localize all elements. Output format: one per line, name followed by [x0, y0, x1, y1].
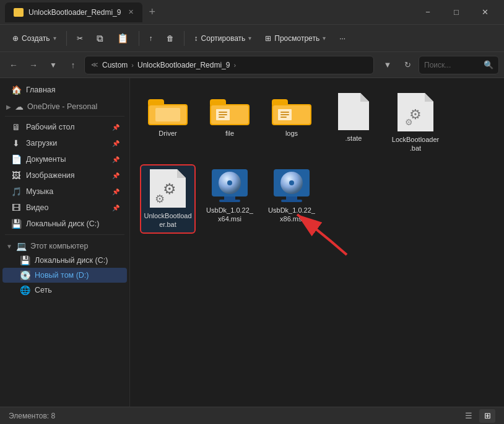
sidebar-item-pictures[interactable]: 🖼 Изображения 📌 — [2, 167, 127, 183]
svg-rect-17 — [280, 117, 287, 118]
video-pin-icon: 📌 — [112, 205, 119, 211]
thispc-label: Этот компьютер — [30, 242, 122, 250]
view-chevron-icon: ▾ — [323, 35, 326, 42]
maximize-button[interactable]: □ — [442, 2, 471, 22]
search-icon: 🔍 — [484, 60, 493, 69]
view-label: Просмотреть — [274, 34, 319, 43]
forward-button[interactable]: → — [25, 56, 42, 74]
downloads-pin-icon: 📌 — [112, 140, 119, 147]
file-item-usbdk-x86[interactable]: UsbDk_1.0.22_x86.msi — [264, 164, 319, 234]
grid-view-button[interactable]: ⊞ — [479, 409, 495, 423]
lockbootloader-icon: ⚙ ⚙ — [398, 93, 433, 131]
copy-button[interactable]: ⧉ — [90, 30, 110, 47]
minimize-button[interactable]: − — [414, 2, 442, 22]
sidebar-item-video[interactable]: 🎞 Видео 📌 — [2, 200, 127, 216]
file-item-usbdk-x64[interactable]: UsbDk_1.0.22_x64.msi — [202, 164, 258, 234]
cut-button[interactable]: ✂ — [71, 31, 89, 46]
main-layout: 🏠 Главная ▶ ☁ OneDrive - Personal 🖥 Рабо… — [0, 78, 504, 407]
sort-button[interactable]: ↕ Сортировать ▾ — [188, 31, 258, 46]
create-icon: ⊕ — [12, 34, 19, 43]
sort-icon: ↕ — [194, 34, 198, 43]
music-icon: 🎵 — [11, 187, 21, 197]
file-item-unlockbootloader[interactable]: ⚙ ⚙ UnlockBootloader.bat — [140, 164, 196, 234]
logs-folder-name: logs — [285, 129, 298, 138]
sidebar-item-music[interactable]: 🎵 Музыка 📌 — [2, 183, 127, 200]
search-box[interactable]: Поиск... 🔍 — [419, 56, 499, 74]
toolbar-separator-2 — [139, 31, 139, 46]
home-icon: 🏠 — [11, 85, 21, 95]
file-item-lockbootloader[interactable]: ⚙ ⚙ LockBootloader.bat — [388, 88, 443, 158]
new-volume-icon: 💽 — [20, 270, 30, 280]
item-count: Элементов: 8 — [9, 412, 55, 420]
svg-marker-21 — [425, 93, 433, 102]
paste-icon: 📋 — [117, 33, 129, 44]
more-button[interactable]: ··· — [333, 31, 352, 46]
share-icon: ↑ — [149, 34, 153, 43]
file-item-logs[interactable]: logs — [264, 88, 319, 158]
cut-icon: ✂ — [77, 34, 83, 43]
local-c-sub-icon: 💾 — [20, 255, 30, 265]
desktop-icon: 🖥 — [11, 122, 21, 132]
refresh-button[interactable]: ↻ — [399, 56, 416, 74]
paste-button[interactable]: 📋 — [111, 30, 135, 47]
sidebar-item-local-c-sub[interactable]: 💾 Локальный диск (C:) — [2, 253, 127, 268]
title-bar: UnlockBootloader_Redmi_9 ✕ + − □ ✕ — [0, 0, 504, 25]
content-area: Driver file — [130, 78, 504, 407]
sort-chevron-icon: ▾ — [248, 35, 251, 42]
driver-folder-icon — [148, 93, 188, 125]
sidebar-item-local-c[interactable]: 💾 Локальный диск (C:) — [2, 216, 127, 232]
sidebar-desktop-label: Рабочий стол — [26, 123, 107, 131]
sidebar-new-volume-label: Новый том (D:) — [35, 271, 119, 280]
address-bar[interactable]: ≪ Custom › UnlockBootloader_Redmi_9 › — [84, 56, 374, 74]
close-button[interactable]: ✕ — [471, 2, 499, 22]
sidebar-item-new-volume[interactable]: 💽 Новый том (D:) — [2, 268, 127, 283]
unlockbootloader-name: UnlockBootloader.bat — [144, 211, 192, 229]
desktop-pin-icon: 📌 — [112, 124, 119, 131]
dropdown-button[interactable]: ▼ — [379, 56, 396, 74]
sidebar-home-label: Главная — [26, 86, 119, 94]
sidebar-item-desktop[interactable]: 🖥 Рабочий стол 📌 — [2, 119, 127, 135]
delete-icon: 🗑 — [167, 34, 174, 43]
view-button[interactable]: ⊞ Просмотреть ▾ — [259, 31, 332, 46]
recent-button[interactable]: ▼ — [45, 56, 62, 74]
svg-marker-25 — [177, 169, 186, 178]
state-file-name: .state — [345, 134, 362, 143]
back-button[interactable]: ← — [5, 56, 22, 74]
share-button[interactable]: ↑ — [143, 31, 159, 46]
documents-icon: 📄 — [11, 154, 21, 164]
up-button[interactable]: ↑ — [64, 56, 82, 74]
delete-button[interactable]: 🗑 — [160, 31, 180, 46]
sidebar-item-documents[interactable]: 📄 Документы 📌 — [2, 151, 127, 167]
tab-close-button[interactable]: ✕ — [128, 8, 134, 16]
sidebar-item-network[interactable]: 🌐 Сеть — [2, 283, 127, 298]
sidebar-onedrive[interactable]: ▶ ☁ OneDrive - Personal — [0, 98, 129, 113]
file-item-file[interactable]: file — [202, 88, 258, 158]
onedrive-chevron-icon: ▶ — [6, 104, 11, 110]
thispc-chevron-icon: ▼ — [6, 243, 12, 250]
address-bar-row: ← → ▼ ↑ ≪ Custom › UnlockBootloader_Redm… — [0, 52, 504, 78]
more-icon: ··· — [339, 34, 345, 43]
usbdk-x86-icon — [272, 169, 311, 202]
svg-rect-15 — [280, 112, 289, 113]
address-bar-end: ▼ ↻ — [379, 56, 416, 74]
list-view-button[interactable]: ☰ — [461, 409, 477, 423]
file-item-state[interactable]: .state — [326, 88, 381, 158]
file-item-driver[interactable]: Driver — [140, 88, 196, 158]
create-button[interactable]: ⊕ Создать ▾ — [6, 31, 63, 46]
pictures-icon: 🖼 — [11, 170, 21, 180]
driver-folder-name: Driver — [159, 129, 176, 138]
sidebar-item-home[interactable]: 🏠 Главная — [2, 82, 127, 98]
sidebar-item-downloads[interactable]: ⬇ Загрузки 📌 — [2, 135, 127, 151]
state-file-icon — [338, 93, 369, 130]
sidebar-thispc[interactable]: ▼ 💻 Этот компьютер — [0, 237, 129, 253]
new-tab-button[interactable]: + — [145, 6, 159, 19]
address-part-2: UnlockBootloader_Redmi_9 — [137, 61, 230, 69]
svg-text:⚙: ⚙ — [405, 117, 413, 127]
local-c-icon: 💾 — [11, 219, 21, 229]
view-controls: ☰ ⊞ — [461, 409, 495, 423]
music-pin-icon: 📌 — [112, 188, 119, 195]
active-tab[interactable]: UnlockBootloader_Redmi_9 ✕ — [5, 2, 142, 22]
toolbar: ⊕ Создать ▾ ✂ ⧉ 📋 ↑ 🗑 ↕ Сортировать ▾ ⊞ … — [0, 25, 504, 52]
svg-rect-9 — [219, 114, 227, 115]
view-icon: ⊞ — [265, 34, 271, 43]
